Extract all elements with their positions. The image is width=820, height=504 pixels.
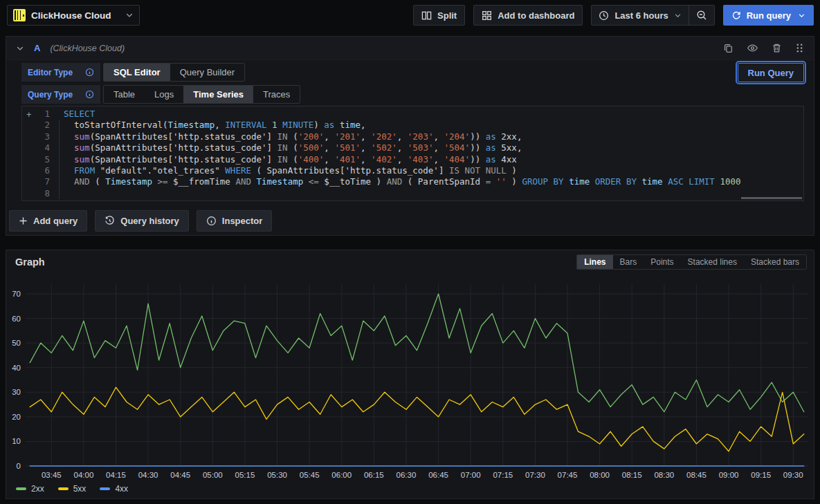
legend-item-5xx[interactable]: 5xx [58,484,86,494]
tab-traces[interactable]: Traces [253,86,300,103]
x-axis-tick: 08:30 [654,471,674,479]
code-line-content[interactable]: FROM "default"."otel_traces" WHERE ( Spa… [58,165,517,176]
clickhouse-logo-icon [13,9,26,21]
top-toolbar: ClickHouse Cloud Split Add to dashboard [0,0,820,30]
query-row-actions [723,42,804,54]
datasource-name: ClickHouse Cloud [31,10,120,21]
x-axis-tick: 04:30 [138,471,158,479]
inspector-button[interactable]: Inspector [197,210,273,232]
line-number: 6 [22,165,58,176]
toolbar-right-actions: Split Add to dashboard Last 6 hours [413,5,814,26]
info-icon[interactable] [85,90,94,99]
time-range-picker[interactable]: Last 6 hours [592,6,688,25]
x-axis-tick: 07:00 [461,471,481,479]
code-line-content[interactable]: sum(SpanAttributes['http.status_code'] I… [58,142,522,153]
line-number: 8 [22,188,58,199]
code-line[interactable]: 5 sum(SpanAttributes['http.status_code']… [22,154,803,165]
chevron-down-icon [674,12,682,19]
code-line[interactable]: 4 sum(SpanAttributes['http.status_code']… [22,142,803,153]
code-line[interactable]: 3 sum(SpanAttributes['http.status_code']… [22,131,803,142]
x-axis-tick: 07:30 [525,471,545,479]
x-axis-tick: 06:15 [364,471,384,479]
hide-response-eye-icon[interactable] [747,42,758,54]
code-line[interactable]: 6 FROM "default"."otel_traces" WHERE ( S… [22,165,803,176]
code-line[interactable]: 1+SELECT [22,109,803,120]
x-axis-tick: 05:45 [300,471,320,479]
code-line-content[interactable] [58,188,69,199]
code-line-content[interactable]: sum(SpanAttributes['http.status_code'] I… [58,131,522,142]
graph-display-mode-switcher: Lines Bars Points Stacked lines Stacked … [576,254,807,270]
query-datasource-hint: (ClickHouse Cloud) [50,44,125,53]
run-query-label: Run query [747,10,791,21]
x-axis-tick: 04:45 [170,471,190,479]
x-axis-tick: 05:15 [235,471,255,479]
query-footer-actions: Add query Query history Inspector [9,210,272,232]
sql-code-editor[interactable]: 1+SELECT2 toStartOfInterval(Timestamp, I… [21,106,804,201]
legend-item-4xx[interactable]: 4xx [100,484,128,494]
code-line[interactable]: 8 [22,188,803,199]
run-query-button[interactable]: Run Query [738,63,804,82]
split-label: Split [437,10,457,21]
query-type-switcher: Table Logs Time Series Traces [103,85,300,104]
legend-swatch [16,487,26,490]
legend-swatch [100,487,110,490]
tab-query-builder[interactable]: Query Builder [170,64,244,81]
run-query-toolbar-button[interactable]: Run query [723,5,814,26]
code-line[interactable]: 7 AND ( Timestamp >= $__fromTime AND Tim… [22,176,803,187]
add-to-dashboard-button[interactable]: Add to dashboard [473,5,583,26]
chevron-down-icon [125,11,134,19]
code-line-content[interactable]: AND ( Timestamp >= $__fromTime AND Times… [58,176,741,187]
legend-item-2xx[interactable]: 2xx [16,484,44,494]
chevron-down-icon[interactable] [798,12,805,19]
datasource-picker[interactable]: ClickHouse Cloud [7,5,140,26]
mode-bars[interactable]: Bars [613,255,644,269]
y-axis-tick: 20 [12,413,21,421]
code-line[interactable]: 2 toStartOfInterval(Timestamp, INTERVAL … [22,120,803,131]
x-axis-tick: 05:00 [203,471,223,479]
y-axis-tick: 30 [12,388,21,396]
query-ref-id[interactable]: A [34,43,40,53]
chart-svg[interactable]: 01020304050607003:4504:0004:1504:3004:45… [10,275,811,483]
editor-type-label: Editor Type [21,63,100,82]
y-axis-tick: 10 [12,437,21,445]
drag-handle-icon[interactable] [795,42,804,54]
expand-plus-icon[interactable]: + [26,109,32,120]
series-line-2xx[interactable] [30,294,804,412]
time-series-chart[interactable]: 01020304050607003:4504:0004:1504:3004:45… [10,275,811,483]
y-axis-tick: 0 [17,462,21,470]
query-type-row: Query Type Table Logs Time Series Traces [21,85,300,104]
time-range-group: Last 6 hours [591,5,714,26]
tab-logs[interactable]: Logs [145,86,183,103]
dashboard-grid-icon [482,10,492,21]
editor-type-row: Editor Type SQL Editor Query Builder [21,63,245,82]
remove-query-trash-icon[interactable] [772,42,782,54]
x-axis-tick: 06:00 [331,471,352,479]
mode-lines[interactable]: Lines [577,255,612,269]
collapse-chevron-icon[interactable] [16,44,24,53]
y-axis-tick: 60 [12,315,21,323]
mode-stacked-bars[interactable]: Stacked bars [744,255,806,269]
tab-time-series[interactable]: Time Series [183,86,253,103]
add-query-button[interactable]: Add query [9,210,87,232]
code-line-content[interactable]: toStartOfInterval(Timestamp, INTERVAL 1 … [58,120,366,131]
mode-stacked-lines[interactable]: Stacked lines [681,255,744,269]
code-line-content[interactable]: SELECT [58,109,95,120]
line-number: 3 [22,131,58,142]
info-icon[interactable] [85,68,94,77]
split-button[interactable]: Split [413,5,465,26]
chart-legend: 2xx5xx4xx [16,484,128,494]
refresh-icon [731,10,741,20]
code-line-content[interactable]: sum(SpanAttributes['http.status_code'] I… [58,154,517,165]
x-axis-tick: 09:00 [719,471,739,479]
mode-points[interactable]: Points [644,255,680,269]
graph-panel-title: Graph [15,256,45,268]
editor-type-switcher: SQL Editor Query Builder [103,63,245,82]
zoom-out-time-button[interactable] [689,6,714,25]
query-history-button[interactable]: Query history [95,210,189,232]
line-number: 5 [22,154,58,165]
tab-sql-editor[interactable]: SQL Editor [104,64,170,81]
duplicate-query-icon[interactable] [723,42,734,54]
query-row-header[interactable]: A (ClickHouse Cloud) [6,37,814,60]
tab-table[interactable]: Table [104,86,145,103]
x-axis-tick: 06:30 [397,471,417,479]
